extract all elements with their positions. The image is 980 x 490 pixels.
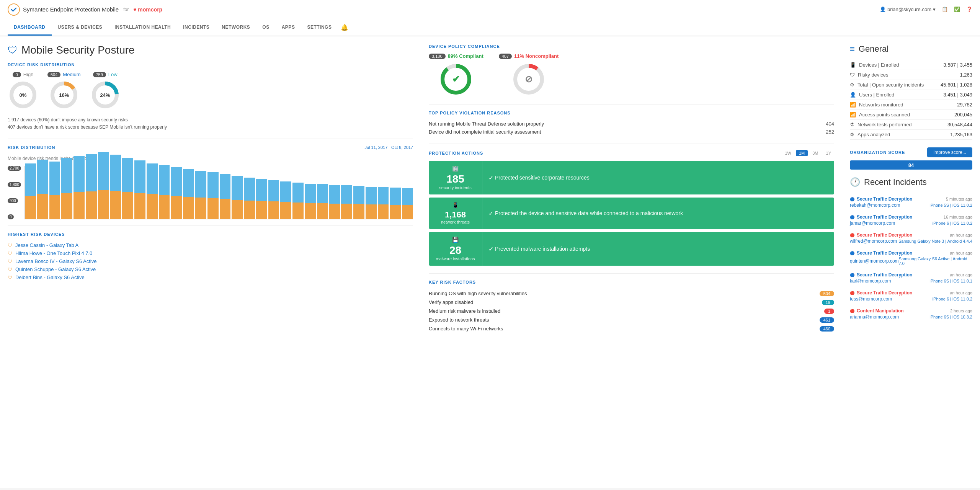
y-axis-labels: 2,700 1,800 900 0 bbox=[8, 166, 21, 219]
symantec-logo-icon bbox=[8, 3, 20, 16]
org-score-header: ORGANIZATION SCORE Improve score... bbox=[850, 147, 972, 157]
risk-high: 0 High 0% bbox=[8, 72, 38, 110]
time-tabs: 1W 1M 3M 1Y bbox=[782, 150, 834, 156]
violation-row-0: Not running Mobile Threat Defense soluti… bbox=[429, 120, 834, 128]
general-row-2: ⚙ Total | Open security incidents 45,601… bbox=[850, 80, 972, 90]
clipboard-icon[interactable]: 📋 bbox=[942, 7, 948, 12]
incident-name: 🔴 Secure Traffic Decryption bbox=[850, 232, 912, 238]
risk-circles: 0 High 0% 504 Medium bbox=[8, 72, 413, 110]
risk-factor-1: Verify apps disabled 19 bbox=[429, 298, 834, 307]
incident-device: iPhone 6 | iOS 11.0.2 bbox=[933, 221, 972, 225]
general-row-4: 📶 Networks monitored 29,782 bbox=[850, 100, 972, 110]
time-tab-3m[interactable]: 3M bbox=[809, 150, 821, 156]
clock-icon: 🕐 bbox=[850, 177, 860, 187]
protection-left-2: 💾 28 malware installations bbox=[429, 232, 482, 266]
page-title: 🛡 Mobile Security Posture bbox=[8, 44, 413, 56]
nav-bar: DASHBOARD USERS & DEVICES INSTALLATION H… bbox=[0, 19, 980, 36]
incidents-list: 🔵 Secure Traffic Decryption 5 minutes ag… bbox=[850, 193, 972, 323]
time-tab-1y[interactable]: 1Y bbox=[823, 150, 834, 156]
incident-user[interactable]: wilfred@momcorp.com bbox=[850, 238, 897, 244]
nav-installation-health[interactable]: INSTALLATION HEALTH bbox=[108, 20, 177, 36]
nav-users-devices[interactable]: USERS & DEVICES bbox=[52, 20, 109, 36]
incident-name: 🔴 Secure Traffic Decryption bbox=[850, 290, 912, 296]
incident-device: iPhone 5S | iOS 11.0.2 bbox=[929, 203, 972, 207]
incident-row1: 🔴 Secure Traffic Decryption an hour ago bbox=[850, 232, 972, 238]
bell-icon[interactable]: 🔔 bbox=[338, 19, 351, 36]
incident-item: 🔵 Secure Traffic Decryption 5 minutes ag… bbox=[850, 193, 972, 211]
highest-risk-title: HIGHEST RISK DEVICES bbox=[8, 232, 413, 237]
incident-name: 🔵 Secure Traffic Decryption bbox=[850, 214, 912, 220]
risk-factor-4: Connects to many Wi-Fi networks 460 bbox=[429, 324, 834, 333]
middle-panel: DEVICE POLICY COMPLIANCE 3,180 89% Compl… bbox=[421, 36, 842, 488]
compliance-title: DEVICE POLICY COMPLIANCE bbox=[429, 44, 834, 49]
time-tab-1w[interactable]: 1W bbox=[782, 150, 794, 156]
device-item[interactable]: 🛡Delbert Bins - Galaxy S6 Active bbox=[8, 273, 413, 281]
nav-settings[interactable]: SETTINGS bbox=[301, 20, 338, 36]
nav-incidents[interactable]: INCIDENTS bbox=[177, 20, 216, 36]
main-layout: 🛡 Mobile Security Posture DEVICE RISK DI… bbox=[0, 36, 980, 488]
risk-factors-section: KEY RISK FACTORS Running OS with high se… bbox=[429, 273, 834, 333]
incident-device: iPhone 6S | iOS 10.3.2 bbox=[929, 315, 972, 319]
device-shield-icon: 🛡 bbox=[8, 251, 12, 256]
incident-user[interactable]: jamar@momcorp.com bbox=[850, 220, 895, 226]
donut-low: 24% bbox=[90, 80, 121, 110]
incident-row1: 🔵 Secure Traffic Decryption 5 minutes ag… bbox=[850, 196, 972, 202]
check-icon[interactable]: ✅ bbox=[954, 7, 960, 12]
help-icon[interactable]: ❓ bbox=[966, 7, 972, 12]
incident-row2: wilfred@momcorp.com Samsung Galaxy Note … bbox=[850, 238, 972, 244]
incident-item: 🔴 Secure Traffic Decryption an hour ago … bbox=[850, 229, 972, 247]
general-row-7: ⚙ Apps analyzed 1,235,163 bbox=[850, 130, 972, 140]
incident-user[interactable]: quinten@momcorp.com bbox=[850, 258, 899, 264]
org-score-section: ORGANIZATION SCORE Improve score... 84 bbox=[850, 147, 972, 170]
nav-os[interactable]: OS bbox=[256, 20, 275, 36]
incident-row1: 🔵 Secure Traffic Decryption an hour ago bbox=[850, 250, 972, 256]
device-item[interactable]: 🛡Hilma Howe - One Touch Pixi 4 7.0 bbox=[8, 249, 413, 257]
general-section: ≡ General 📱 Devices | Enrolled 3,587 | 3… bbox=[850, 44, 972, 140]
general-icon: ≡ bbox=[850, 44, 855, 54]
device-item[interactable]: 🛡Jesse Cassin - Galaxy Tab A bbox=[8, 241, 413, 249]
protection-left-0: 🏢 185 security incidents bbox=[429, 161, 482, 194]
bar-chart-container: 2,700 1,800 900 0 bbox=[8, 166, 413, 219]
compliance-noncompliant: 407 11% Noncompliant ⊘ bbox=[499, 53, 559, 96]
highest-risk-section: HIGHEST RISK DEVICES 🛡Jesse Cassin - Gal… bbox=[8, 225, 413, 281]
nav-dashboard[interactable]: DASHBOARD bbox=[8, 20, 52, 36]
network-icon: 📶 bbox=[850, 102, 856, 108]
nav-networks[interactable]: NETWORKS bbox=[216, 20, 256, 36]
org-score-title: ORGANIZATION SCORE bbox=[850, 150, 905, 155]
user-info[interactable]: 👤 brian@skycure.com ▾ bbox=[880, 7, 936, 12]
incident-time: 5 minutes ago bbox=[946, 197, 972, 201]
incident-user[interactable]: tess@momcorp.com bbox=[850, 296, 892, 302]
incident-user[interactable]: rebekah@momcorp.com bbox=[850, 203, 900, 208]
y-label-2700: 2,700 bbox=[8, 166, 21, 171]
improve-score-button[interactable]: Improve score... bbox=[927, 147, 972, 157]
incident-row2: quinten@momcorp.com Samsung Galaxy S6 Ac… bbox=[850, 256, 972, 266]
time-tab-1m[interactable]: 1M bbox=[796, 150, 808, 156]
device-shield-icon: 🛡 bbox=[8, 267, 12, 272]
risky-icon: 🛡 bbox=[850, 72, 855, 78]
nav-apps[interactable]: APPS bbox=[276, 20, 301, 36]
incident-user[interactable]: arianna@momcorp.com bbox=[850, 314, 899, 320]
risk-medium: 504 Medium 16% bbox=[47, 72, 81, 110]
incident-icon: 🔴 bbox=[850, 291, 854, 295]
incident-user[interactable]: karl@momcorp.com bbox=[850, 278, 891, 284]
risk-low: 759 Low 24% bbox=[90, 72, 121, 110]
date-range: Jul 11, 2017 - Oct 8, 2017 bbox=[364, 145, 413, 150]
noncompliant-label-row: 407 11% Noncompliant bbox=[499, 53, 559, 59]
incident-row1: 🔴 Secure Traffic Decryption an hour ago bbox=[850, 290, 972, 296]
device-item[interactable]: 🛡Quinten Schuppe - Galaxy S6 Active bbox=[8, 265, 413, 273]
left-panel: 🛡 Mobile Security Posture DEVICE RISK DI… bbox=[0, 36, 421, 488]
incident-time: 2 hours ago bbox=[950, 309, 972, 313]
general-row-1: 🛡 Risky devices 1,263 bbox=[850, 70, 972, 80]
risk-factor-0: Running OS with high severity vulnerabil… bbox=[429, 289, 834, 298]
general-row-3: 👤 Users | Enrolled 3,451 | 3,049 bbox=[850, 90, 972, 100]
incident-name: 🔴 Content Manipulation bbox=[850, 308, 904, 314]
donut-compliant: ✔ bbox=[439, 62, 473, 96]
protection-right-2: ✓ Prevented malware installation attempt… bbox=[482, 232, 834, 266]
risk-factor-2: Medium risk malware is installed 1 bbox=[429, 307, 834, 315]
incident-device: iPhone 6 | iOS 11.0.2 bbox=[933, 297, 972, 301]
device-item[interactable]: 🛡Laverna Bosco IV - Galaxy S6 Active bbox=[8, 257, 413, 265]
compliance-charts: 3,180 89% Compliant ✔ 407 bbox=[429, 53, 834, 96]
incident-icon: 🔵 bbox=[850, 197, 854, 201]
incident-item: 🔵 Secure Traffic Decryption an hour ago … bbox=[850, 269, 972, 287]
y-label-1800: 1,800 bbox=[8, 182, 21, 187]
